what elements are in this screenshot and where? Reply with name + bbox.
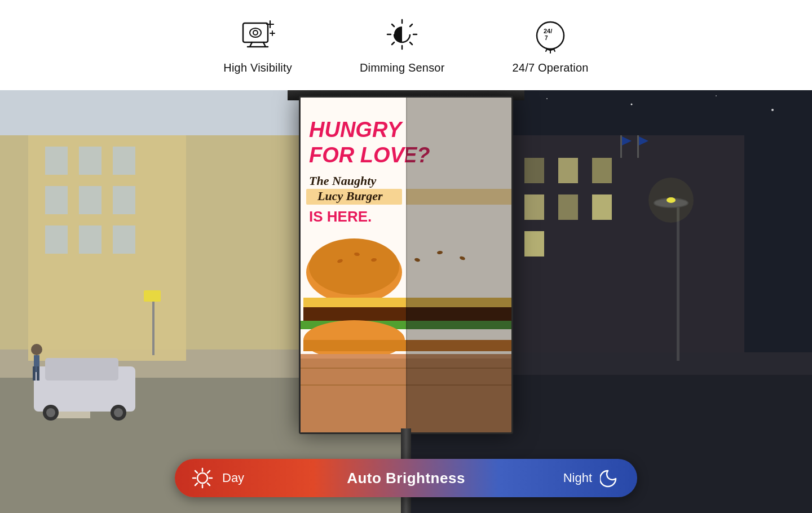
sun-half-icon (382, 14, 422, 55)
svg-point-47 (31, 344, 42, 355)
svg-line-132 (195, 471, 197, 473)
night-label: Night (563, 471, 592, 485)
moon-icon (600, 467, 621, 489)
feature-high-visibility: High Visibility (223, 14, 292, 74)
clock-icon: 24/ 7 (530, 14, 571, 55)
svg-line-135 (195, 483, 197, 485)
operation-label: 24/7 Operation (513, 61, 589, 74)
svg-text:7: 7 (545, 35, 548, 41)
kiosk-wrapper: HUNGRY FOR LOVE? The Naughty Lucy Burger… (285, 90, 527, 513)
day-label: Day (222, 471, 244, 485)
main-visual: HUNGRY FOR LOVE? The Naughty Lucy Burger… (0, 90, 812, 513)
svg-line-19 (546, 49, 547, 51)
svg-point-76 (546, 98, 548, 99)
svg-rect-68 (524, 231, 544, 256)
svg-rect-124 (406, 354, 511, 359)
svg-point-93 (309, 238, 399, 295)
svg-rect-0 (243, 23, 268, 42)
svg-text:IS HERE.: IS HERE. (309, 208, 372, 225)
feature-dimming-sensor: Dimming Sensor (360, 14, 445, 74)
kiosk-display-left: HUNGRY FOR LOVE? The Naughty Lucy Burger… (301, 98, 406, 432)
svg-rect-38 (56, 412, 90, 418)
svg-point-44 (46, 408, 55, 417)
svg-text:HUNGRY: HUNGRY (309, 118, 404, 141)
svg-rect-40 (144, 290, 161, 302)
svg-rect-32 (113, 186, 135, 214)
svg-rect-120 (406, 321, 511, 329)
high-visibility-label: High Visibility (223, 61, 292, 74)
svg-rect-34 (79, 225, 102, 254)
kiosk-display-right: HUNGRY FOR LOVE? The Naughty Lucy Burger… (406, 98, 511, 432)
svg-point-74 (648, 178, 694, 223)
svg-rect-119 (406, 307, 511, 323)
svg-rect-31 (79, 186, 102, 214)
kiosk-display: HUNGRY FOR LOVE? The Naughty Lucy Burger… (301, 98, 511, 432)
svg-point-127 (197, 473, 208, 483)
svg-rect-81 (620, 135, 622, 158)
svg-rect-35 (113, 225, 135, 254)
svg-text:The Naughty: The Naughty (309, 174, 376, 188)
svg-rect-28 (79, 147, 102, 175)
svg-rect-63 (558, 194, 578, 220)
svg-rect-29 (113, 147, 135, 175)
svg-text:FOR LOVE?: FOR LOVE? (406, 143, 430, 167)
kiosk-divider (406, 98, 407, 432)
bar-day-section: Day (175, 466, 347, 490)
svg-rect-101 (303, 340, 406, 351)
svg-line-15 (392, 42, 394, 45)
svg-rect-83 (637, 135, 639, 158)
svg-line-14 (410, 24, 412, 26)
eye-icon (237, 14, 278, 55)
sun-icon (191, 466, 214, 490)
svg-point-77 (631, 104, 633, 105)
auto-brightness-label: Auto Brightness (347, 470, 465, 487)
svg-rect-56 (524, 158, 544, 183)
svg-point-78 (716, 95, 717, 96)
svg-rect-110 (406, 189, 511, 205)
svg-rect-71 (677, 203, 679, 361)
svg-line-12 (392, 24, 394, 26)
brightness-bar-inner: Day Auto Brightness Night (175, 459, 637, 497)
svg-rect-30 (45, 186, 68, 214)
svg-point-46 (114, 408, 123, 417)
svg-rect-64 (592, 194, 612, 220)
svg-rect-58 (592, 158, 612, 183)
svg-rect-49 (33, 366, 36, 381)
svg-rect-57 (558, 158, 578, 183)
svg-line-133 (208, 483, 210, 485)
svg-point-2 (253, 30, 258, 35)
kiosk-display-frame: HUNGRY FOR LOVE? The Naughty Lucy Burger… (299, 96, 513, 434)
svg-rect-102 (301, 354, 406, 432)
svg-line-21 (554, 49, 555, 51)
svg-rect-27 (45, 147, 68, 175)
bar-night-section: Night (465, 467, 637, 489)
svg-line-134 (208, 471, 210, 473)
svg-rect-123 (406, 354, 511, 432)
svg-text:Lucy Burger: Lucy Burger (317, 189, 383, 203)
dimming-sensor-label: Dimming Sensor (360, 61, 445, 74)
svg-text:FOR LOVE?: FOR LOVE? (309, 143, 406, 167)
svg-rect-42 (45, 358, 118, 381)
svg-rect-62 (524, 194, 544, 220)
features-bar: High Visibility Dimming Sensor (0, 0, 812, 90)
svg-line-13 (410, 42, 412, 45)
svg-rect-122 (406, 340, 511, 351)
svg-point-79 (771, 109, 774, 111)
svg-point-16 (537, 22, 564, 49)
svg-rect-39 (152, 293, 155, 355)
feature-operation: 24/ 7 24/7 Operation (513, 14, 589, 74)
svg-rect-103 (301, 354, 406, 359)
svg-rect-33 (45, 225, 68, 254)
brightness-bar[interactable]: Day Auto Brightness Night (175, 459, 637, 497)
svg-text:24/: 24/ (544, 28, 552, 34)
svg-rect-50 (37, 366, 39, 381)
svg-point-1 (250, 28, 261, 37)
